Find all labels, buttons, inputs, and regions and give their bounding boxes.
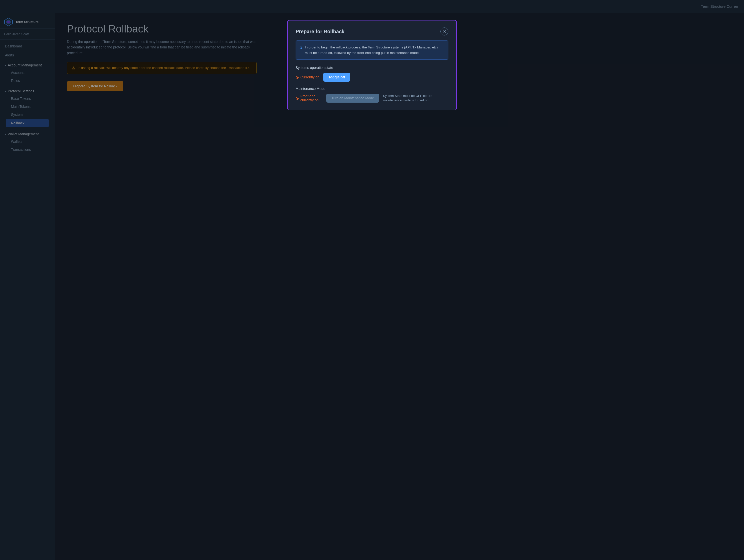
modal-overlay: Prepare for Rollback ✕ ℹ In order to beg… bbox=[0, 0, 744, 560]
maintenance-section-label: Maintenance Mode bbox=[296, 87, 448, 90]
modal-info-text: In order to begin the rollback process, … bbox=[305, 45, 444, 55]
systems-section-label: Systems operation state bbox=[296, 66, 448, 70]
status-on-icon: ⊗ bbox=[296, 75, 299, 80]
modal-title: Prepare for Rollback bbox=[296, 29, 344, 34]
toggle-off-button[interactable]: Toggle off bbox=[323, 73, 350, 82]
frontend-on-icon: ⊗ bbox=[296, 96, 299, 101]
systems-operation-section: Systems operation state ⊗ Currently on T… bbox=[296, 66, 448, 82]
app-layout: Term Structure Hello Jared Scott Dashboa… bbox=[0, 13, 744, 560]
systems-row: ⊗ Currently on Toggle off bbox=[296, 73, 448, 82]
turn-on-maintenance-button[interactable]: Turn on Maintenance Mode bbox=[326, 94, 379, 103]
frontend-status: ⊗ Front-end currently on bbox=[296, 94, 322, 102]
modal-close-button[interactable]: ✕ bbox=[440, 28, 448, 35]
maintenance-note: System State must be OFF before maintena… bbox=[383, 94, 448, 103]
info-icon: ℹ bbox=[300, 45, 302, 50]
systems-currently-on-label: Currently on bbox=[300, 75, 319, 79]
main-content: Protocol Rollback During the operation o… bbox=[55, 13, 744, 560]
maintenance-section: Maintenance Mode ⊗ Front-end currently o… bbox=[296, 87, 448, 103]
maintenance-row: ⊗ Front-end currently on Turn on Mainten… bbox=[296, 94, 448, 103]
prepare-rollback-modal: Prepare for Rollback ✕ ℹ In order to beg… bbox=[287, 20, 457, 110]
frontend-on-label: Front-end currently on bbox=[300, 94, 322, 102]
modal-header: Prepare for Rollback ✕ bbox=[296, 28, 448, 35]
modal-info-box: ℹ In order to begin the rollback process… bbox=[296, 40, 448, 60]
systems-status: ⊗ Currently on bbox=[296, 75, 319, 80]
